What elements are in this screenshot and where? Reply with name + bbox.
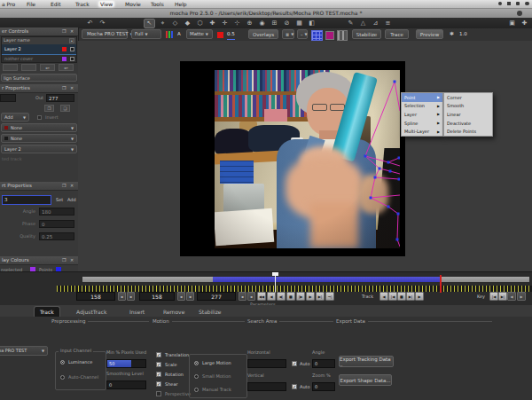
rotation-checkbox[interactable]: ✓: [156, 372, 161, 377]
align-tool-icon[interactable]: ⊹: [232, 20, 242, 27]
frame-number-field[interactable]: 3: [2, 195, 51, 205]
delete-key-button[interactable]: ◀: [507, 292, 516, 301]
play-button[interactable]: ▶: [306, 292, 315, 301]
blend-mode-dropdown[interactable]: Add ▼: [1, 113, 29, 122]
tab-insert[interactable]: Insert: [124, 306, 150, 317]
link-dropdown-1[interactable]: None ▼: [1, 123, 77, 132]
layer-up-button[interactable]: [3, 64, 18, 71]
luminance-radio[interactable]: [60, 360, 65, 365]
tracking-spline-overlay[interactable]: [215, 70, 400, 248]
step-back-button[interactable]: ◀|: [277, 292, 286, 301]
select-tool-icon[interactable]: ↖: [144, 19, 155, 28]
manual-track-radio[interactable]: [194, 388, 199, 392]
quality-field[interactable]: 0.25: [39, 232, 74, 240]
panel-float-icon[interactable]: ❐: [62, 258, 66, 263]
layer-row[interactable]: nother cover: [2, 54, 76, 63]
track-clip-selector[interactable]: ha PRO TEST ▼: [0, 346, 48, 356]
menu-movie[interactable]: Movie: [125, 1, 141, 7]
matte-color-swatch[interactable]: [217, 32, 223, 38]
export-shape-data-button[interactable]: Export Shape Data...: [339, 374, 392, 386]
submenu-item-delete-points[interactable]: Delete Points: [444, 127, 492, 136]
matte-opacity-field[interactable]: 0.5: [227, 32, 235, 40]
track-backwards-button[interactable]: ◀: [379, 292, 388, 301]
insert-layer-icon[interactable]: ❏: [60, 105, 70, 112]
playhead-line[interactable]: [275, 274, 276, 293]
panel-close-icon[interactable]: ✕: [70, 258, 74, 263]
out-frame-field[interactable]: 277: [46, 94, 74, 102]
panel-float-icon[interactable]: ❐: [62, 29, 66, 34]
align-surface-button[interactable]: lign Surface: [1, 74, 77, 82]
set-button[interactable]: Set: [56, 198, 63, 202]
view-mode-selector[interactable]: Full ▼: [131, 29, 161, 39]
surface-color-swatch[interactable]: [325, 31, 334, 40]
loop-button[interactable]: →|: [325, 292, 334, 301]
viewer-canvas[interactable]: [180, 61, 405, 256]
out-frame-field[interactable]: 277: [197, 292, 236, 301]
menu-app[interactable]: a Pro: [2, 1, 15, 7]
redo-icon[interactable]: ↷: [98, 20, 107, 27]
search-zoom-field[interactable]: 0: [312, 382, 335, 391]
menu-view[interactable]: View: [98, 1, 114, 7]
scale-checkbox[interactable]: ✓: [156, 362, 161, 367]
track-stop-button[interactable]: ■: [397, 292, 406, 301]
submenu-item-smooth[interactable]: Smooth: [444, 102, 492, 111]
vertical-auto-checkbox[interactable]: ✓: [292, 384, 297, 389]
frame-ruler[interactable]: [57, 286, 532, 292]
surface-tool-icon[interactable]: ◧: [307, 20, 317, 27]
overlays-toggle-button[interactable]: Overlays: [248, 29, 278, 39]
menubar-status-icon[interactable]: [516, 2, 520, 5]
stop-button[interactable]: ■: [286, 292, 295, 301]
trace-button[interactable]: Trace: [385, 29, 409, 39]
translation-checkbox[interactable]: ✓: [156, 352, 161, 357]
go-to-start-button[interactable]: ◀◀: [257, 292, 266, 301]
in-frame-field[interactable]: [0, 94, 16, 102]
context-menu-item-selection[interactable]: Selection▶: [402, 102, 442, 111]
context-menu-item-spline[interactable]: Spline▶: [402, 119, 442, 128]
phase-field[interactable]: 0: [39, 220, 74, 228]
marquee-tool-icon[interactable]: ⌖: [158, 20, 168, 27]
timeline-range-bar[interactable]: [82, 277, 529, 282]
add-viewer-icon[interactable]: ✚: [520, 20, 529, 27]
out-stepper-button[interactable]: ▪: [239, 292, 246, 301]
horizontal-auto-checkbox[interactable]: ✓: [292, 361, 297, 366]
xspline-add-tool-icon[interactable]: ◆: [183, 20, 192, 27]
horizontal-field[interactable]: [247, 359, 286, 368]
tab-partial[interactable]: ns: [0, 306, 4, 317]
video-frame[interactable]: [215, 70, 400, 248]
stabilize-button[interactable]: Stabilize: [352, 29, 381, 39]
layer-visibility-toggle[interactable]: [70, 47, 74, 51]
list-scroll-icon[interactable]: ▴: [69, 38, 74, 43]
out-point-marker[interactable]: [440, 275, 442, 293]
layer-delete-button[interactable]: ▪▾: [59, 64, 74, 71]
submenu-item-deactivate[interactable]: Deactivate: [444, 119, 492, 128]
menubar-status-icon[interactable]: [507, 2, 511, 5]
undo-icon[interactable]: ↶: [85, 20, 95, 27]
panel-close-icon[interactable]: ✕: [70, 29, 74, 34]
panel-close-icon[interactable]: ✕: [70, 86, 74, 90]
zoom-icon[interactable]: ✱: [450, 31, 454, 36]
add-key-button[interactable]: ▶: [517, 292, 526, 301]
tab-stabilize[interactable]: Stabilize: [193, 306, 227, 317]
tab-track[interactable]: Track: [34, 306, 60, 317]
zoom-value[interactable]: 1.0: [459, 32, 467, 37]
matte-selector[interactable]: Matte ▼: [186, 29, 213, 39]
context-menu-item-multi-layer[interactable]: Multi-Layer▶: [402, 127, 442, 136]
alpha-channel-icon[interactable]: A: [177, 32, 181, 37]
layer-group-button[interactable]: ▪▾: [40, 64, 55, 71]
layer-color-swatch[interactable]: [62, 57, 66, 61]
preview-button[interactable]: Preview: [416, 29, 443, 39]
track-forwards-button[interactable]: ▶: [415, 292, 424, 301]
smoothing-field[interactable]: 0: [106, 380, 146, 389]
wedge-tool-icon[interactable]: ⊿: [371, 20, 380, 27]
in-stepper-button[interactable]: ▪: [118, 292, 126, 301]
rotate-tool-icon[interactable]: ⊘: [282, 20, 292, 27]
panel-float-icon[interactable]: ❐: [62, 86, 66, 90]
export-tracking-data-button[interactable]: Export Tracking Data ..: [339, 356, 394, 367]
tab-remove[interactable]: Remove: [158, 306, 190, 317]
clip-selector[interactable]: Mocha PRO TEST ▼: [82, 29, 128, 39]
pen-tool-icon[interactable]: ✎: [346, 20, 356, 27]
grid-tool-icon[interactable]: ▦: [294, 20, 304, 27]
rgb-channels-icon[interactable]: [166, 31, 174, 38]
go-to-end-button[interactable]: ▶|: [316, 292, 325, 301]
in-frame-field[interactable]: 158: [76, 292, 115, 301]
